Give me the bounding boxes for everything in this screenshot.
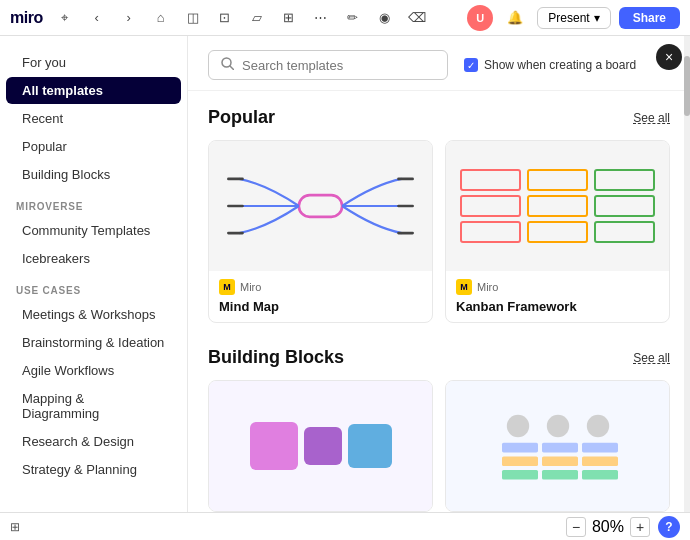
avatar: U	[467, 5, 493, 31]
sidebar-item-icebreakers[interactable]: Icebreakers	[6, 245, 181, 272]
grid-icon[interactable]: ⊞	[10, 520, 20, 534]
eraser-icon[interactable]: ⌫	[403, 4, 431, 32]
sidebar-item-popular[interactable]: Popular	[6, 133, 181, 160]
kanban-preview-area	[446, 141, 669, 271]
mind-map-info: M Miro Mind Map	[209, 271, 432, 322]
search-area: ✓ Show when creating a board	[188, 36, 690, 91]
popular-section-header: Popular See all	[208, 107, 670, 128]
svg-point-10	[546, 415, 568, 437]
search-box	[208, 50, 448, 80]
sidebar-item-building-blocks[interactable]: Building Blocks	[6, 161, 181, 188]
kanban-card-r3	[460, 221, 521, 243]
kanban-grid	[446, 155, 669, 257]
help-button[interactable]: ?	[658, 516, 680, 538]
right-scrollbar[interactable]	[684, 36, 690, 540]
svg-point-9	[506, 415, 528, 437]
svg-rect-17	[582, 456, 618, 466]
building-blocks-card-2[interactable]	[445, 380, 670, 512]
show-when-creating: ✓ Show when creating a board	[464, 58, 636, 72]
logo: miro	[10, 9, 43, 27]
svg-rect-16	[542, 456, 578, 466]
sidebar-item-agile[interactable]: Agile Workflows	[6, 357, 181, 384]
top-bar: miro ⌖ ‹ › ⌂ ◫ ⊡ ▱ ⊞ ⋯ ✏ ◉ ⌫ U 🔔 Present…	[0, 0, 690, 36]
kanban-card-o2	[527, 195, 588, 217]
kanban-col-orange	[527, 169, 588, 243]
scrollbar-thumb	[684, 56, 690, 116]
mind-map-preview	[209, 141, 432, 271]
close-button[interactable]: ×	[656, 44, 682, 70]
present-button[interactable]: Present ▾	[537, 7, 610, 29]
kanban-card-r2	[460, 195, 521, 217]
shapes-preview	[238, 410, 404, 482]
template-panel: × ✓ Show when creating a	[188, 36, 690, 540]
cursor-icon[interactable]: ⌖	[51, 4, 79, 32]
popular-title: Popular	[208, 107, 275, 128]
modal-area: × ✓ Show when creating a	[188, 36, 690, 540]
chevron-down-icon: ▾	[594, 11, 600, 25]
miro-badge: M	[219, 279, 235, 295]
pen-icon[interactable]: ✏	[339, 4, 367, 32]
zoom-out-button[interactable]: −	[566, 517, 586, 537]
show-creating-checkbox[interactable]: ✓	[464, 58, 478, 72]
sticky-icon[interactable]: ⊡	[211, 4, 239, 32]
more-tools-icon[interactable]: ⋯	[307, 4, 335, 32]
frame-icon[interactable]: ◫	[179, 4, 207, 32]
kanban-col-green	[594, 169, 655, 243]
popular-cards-grid: M Miro Mind Map	[208, 140, 670, 323]
kanban-card-r1	[460, 169, 521, 191]
sidebar-item-brainstorming[interactable]: Brainstorming & Ideation	[6, 329, 181, 356]
sidebar: For you All templates Recent Popular Bui…	[0, 36, 188, 540]
sidebar-item-all-templates[interactable]: All templates	[6, 77, 181, 104]
kanban-card-o1	[527, 169, 588, 191]
miroverse-label: MIROVERSE	[0, 189, 187, 216]
notification-icon[interactable]: 🔔	[501, 4, 529, 32]
sidebar-item-mapping[interactable]: Mapping & Diagramming	[6, 385, 181, 427]
building-blocks-see-all-button[interactable]: See all	[633, 351, 670, 365]
home-icon[interactable]: ⌂	[147, 4, 175, 32]
mind-map-author: M Miro	[219, 279, 422, 295]
svg-rect-12	[502, 443, 538, 453]
svg-rect-20	[582, 470, 618, 480]
mind-map-author-name: Miro	[240, 281, 261, 293]
building-blocks-card-1[interactable]	[208, 380, 433, 512]
content-area: Popular See all	[188, 91, 690, 540]
popular-see-all-button[interactable]: See all	[633, 111, 670, 125]
sidebar-section-miroverse: MIROVERSE Community Templates Icebreaker…	[0, 189, 187, 272]
kanban-card-o3	[527, 221, 588, 243]
sidebar-item-meetings[interactable]: Meetings & Workshops	[6, 301, 181, 328]
svg-point-11	[586, 415, 608, 437]
nav-back-icon[interactable]: ‹	[83, 4, 111, 32]
text-icon[interactable]: ⊞	[275, 4, 303, 32]
nav-forward-icon[interactable]: ›	[115, 4, 143, 32]
sidebar-item-recent[interactable]: Recent	[6, 105, 181, 132]
mind-map-title: Mind Map	[219, 299, 422, 314]
building-blocks-section-header: Building Blocks See all	[208, 347, 670, 368]
miro-badge-kanban: M	[456, 279, 472, 295]
sidebar-item-community-templates[interactable]: Community Templates	[6, 217, 181, 244]
search-input[interactable]	[242, 58, 435, 73]
kanban-card-g1	[594, 169, 655, 191]
sidebar-section-main: For you All templates Recent Popular Bui…	[0, 49, 187, 188]
sidebar-item-strategy[interactable]: Strategy & Planning	[6, 456, 181, 483]
share-button[interactable]: Share	[619, 7, 680, 29]
svg-rect-2	[299, 195, 342, 217]
zoom-in-button[interactable]: +	[630, 517, 650, 537]
svg-rect-14	[582, 443, 618, 453]
shape-blue	[348, 424, 392, 468]
kanban-card[interactable]: M Miro Kanban Framework	[445, 140, 670, 323]
building-blocks-cards-grid	[208, 380, 670, 512]
building-blocks-preview-1	[209, 381, 432, 511]
building-blocks-title: Building Blocks	[208, 347, 344, 368]
mind-map-card[interactable]: M Miro Mind Map	[208, 140, 433, 323]
svg-rect-13	[542, 443, 578, 453]
shape-icon[interactable]: ▱	[243, 4, 271, 32]
shape-pink	[250, 422, 298, 470]
building-blocks-preview-2	[446, 381, 669, 511]
laser-icon[interactable]: ◉	[371, 4, 399, 32]
svg-rect-19	[542, 470, 578, 480]
toolbar-icons: ⌖ ‹ › ⌂ ◫ ⊡ ▱ ⊞ ⋯ ✏ ◉ ⌫	[51, 4, 468, 32]
top-bar-right: U 🔔 Present ▾ Share	[467, 4, 680, 32]
show-creating-label: Show when creating a board	[484, 58, 636, 72]
sidebar-item-research[interactable]: Research & Design	[6, 428, 181, 455]
sidebar-item-for-you[interactable]: For you	[6, 49, 181, 76]
